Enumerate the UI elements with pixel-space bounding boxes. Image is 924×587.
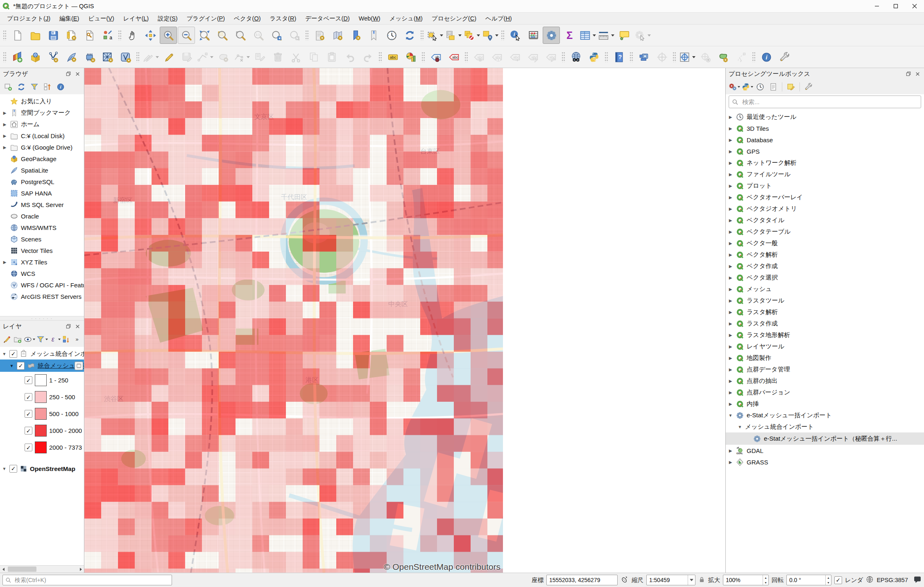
rotation-input[interactable] xyxy=(787,577,825,583)
select-features-by-value-dropdown-icon[interactable] xyxy=(458,34,462,36)
menu-6[interactable]: プラグイン(P) xyxy=(182,13,230,24)
project-properties-button[interactable] xyxy=(776,48,793,66)
horizontal-scrollbar[interactable] xyxy=(0,565,84,573)
browser-item-xyz-tiles[interactable]: ▶XYZ Tiles xyxy=(0,256,84,268)
expand-arrow-icon[interactable]: ▶ xyxy=(728,460,733,464)
toolbar-grip[interactable] xyxy=(3,52,7,62)
toolbox-algorithm-row[interactable]: e-Statメッシュ一括インポート（秘匿合算＋行... xyxy=(726,432,924,445)
map-tips-button[interactable] xyxy=(616,27,633,44)
expand-arrow-icon[interactable]: ▶ xyxy=(728,241,733,246)
coordinate-input[interactable] xyxy=(547,577,617,583)
toolbar-grip[interactable] xyxy=(136,52,140,62)
expand-arrow-icon[interactable]: ▶ xyxy=(728,344,733,349)
browser-item-scenes[interactable]: Scenes xyxy=(0,233,84,245)
manage-map-themes-dropdown-icon[interactable] xyxy=(33,339,35,340)
open-attribute-table-dropdown-icon[interactable] xyxy=(593,34,596,36)
show-layout-manager-button[interactable] xyxy=(81,27,98,44)
expand-arrow-icon[interactable]: ▶ xyxy=(728,321,733,326)
select-features-by-value-button[interactable] xyxy=(444,27,462,44)
new-map-view-button[interactable] xyxy=(311,27,328,44)
browser-properties-button[interactable]: i xyxy=(54,81,67,93)
open-layer-styling-button[interactable] xyxy=(2,333,12,346)
expand-arrow-icon[interactable]: ▶ xyxy=(728,298,733,303)
deselect-features-dropdown-icon[interactable] xyxy=(477,34,480,36)
zoom-in-button[interactable] xyxy=(160,27,177,44)
scale-dropdown-icon[interactable] xyxy=(688,575,695,585)
highlight-unplaced-labels-button[interactable]: abc xyxy=(445,48,462,66)
visibility-checkbox[interactable]: ✓ xyxy=(25,444,32,451)
metasearch-button[interactable] xyxy=(567,48,584,66)
layer-group-row[interactable]: ▼✓ メッシュ統合インポート xyxy=(0,348,84,359)
expand-arrow-icon[interactable]: ▶ xyxy=(2,122,7,127)
new-mesh-layer-button[interactable] xyxy=(99,48,116,66)
visibility-checkbox[interactable]: ✓ xyxy=(25,376,32,384)
collapse-arrow-icon[interactable]: ▼ xyxy=(9,364,14,368)
toolbox-close-icon[interactable] xyxy=(914,70,921,77)
magnifier-input[interactable] xyxy=(723,577,763,583)
measure-line-dropdown-icon[interactable] xyxy=(611,34,614,36)
expand-arrow-icon[interactable]: ▶ xyxy=(728,207,733,211)
expand-arrow-icon[interactable]: ▶ xyxy=(728,287,733,291)
toolbox-group--[interactable]: ▶ ベクタジオメトリ xyxy=(726,203,924,214)
collapse-arrow-icon[interactable]: ▼ xyxy=(737,425,743,429)
layers-float-icon[interactable] xyxy=(65,323,72,330)
browser-item--[interactable]: ▶空間ブックマーク xyxy=(0,107,84,118)
python-console-button[interactable] xyxy=(585,48,602,66)
toolbox-float-icon[interactable] xyxy=(905,70,912,77)
scroll-left-icon[interactable] xyxy=(0,566,7,573)
browser-item-wms-wmts[interactable]: WMS/WMTS xyxy=(0,222,84,233)
visibility-checkbox[interactable]: ✓ xyxy=(25,427,32,435)
new-virtual-layer-button[interactable] xyxy=(81,48,98,66)
zoom-to-layer-button[interactable] xyxy=(232,27,249,44)
refresh-browser-button[interactable] xyxy=(15,81,27,93)
expand-arrow-icon[interactable]: ▶ xyxy=(728,138,733,142)
run-feature-action-dropdown-icon[interactable] xyxy=(648,34,651,36)
pan-to-selection-button[interactable] xyxy=(142,27,159,44)
deselect-features-button[interactable] xyxy=(463,27,480,44)
toggle-editing-button[interactable] xyxy=(160,48,177,66)
toolbar-grip[interactable] xyxy=(420,30,424,41)
zoom-to-selection-button[interactable] xyxy=(214,27,231,44)
new-shapefile-layer-button[interactable] xyxy=(45,48,62,66)
visibility-checkbox[interactable]: ✓ xyxy=(9,465,17,473)
toolbox-group--[interactable]: ▶ ベクタ選択 xyxy=(726,272,924,283)
browser-item-wfs-ogc-api-features[interactable]: WFS / OGC API - Features xyxy=(0,279,84,291)
toolbar-grip[interactable] xyxy=(305,30,309,41)
toolbox-group--[interactable]: ▶ ネットワーク解析 xyxy=(726,157,924,168)
toolbar-grip[interactable] xyxy=(3,30,7,41)
menu-4[interactable]: レイヤ(L) xyxy=(119,13,153,24)
expand-arrow-icon[interactable]: ▶ xyxy=(728,333,733,337)
save-project-button[interactable] xyxy=(45,27,62,44)
show-spatial-bookmarks-button[interactable] xyxy=(365,27,382,44)
visibility-checkbox[interactable]: ✓ xyxy=(25,410,32,418)
browser-item-arcgis-rest-servers[interactable]: ArcGIS REST Servers xyxy=(0,291,84,302)
collapse-arrow-icon[interactable]: ▼ xyxy=(728,413,733,418)
mesh-layer-row[interactable]: ▼✓ 統合メッシュ（秘 xyxy=(0,359,84,372)
toolbar-grip[interactable] xyxy=(464,52,468,62)
toolbox-group--[interactable]: ▶ ベクタ解析 xyxy=(726,249,924,260)
browser-float-icon[interactable] xyxy=(65,70,72,77)
toolbox-group--[interactable]: ▶ ベクタ作成 xyxy=(726,260,924,272)
legend-class-row[interactable]: ✓ 2000 - 7373 xyxy=(0,439,84,456)
expand-arrow-icon[interactable]: ▶ xyxy=(2,111,7,115)
expand-arrow-icon[interactable]: ▶ xyxy=(2,134,7,138)
browser-item-c-local-disk-[interactable]: ▶C:¥ (Local Disk) xyxy=(0,130,84,141)
expand-arrow-icon[interactable]: ▶ xyxy=(728,367,733,372)
select-features-button[interactable] xyxy=(426,27,444,44)
select-features-dropdown-icon[interactable] xyxy=(440,34,443,36)
visibility-checkbox[interactable]: ✓ xyxy=(17,362,25,370)
processing-toolbox-button[interactable] xyxy=(543,27,560,44)
expand-arrow-icon[interactable]: ▶ xyxy=(728,149,733,154)
zoom-full-button[interactable] xyxy=(196,27,213,44)
refresh-map-button[interactable] xyxy=(401,27,418,44)
toolbox-group--[interactable]: ▶ ラスタ地形解析 xyxy=(726,329,924,341)
add-selected-layers-button[interactable] xyxy=(2,81,14,93)
toolbar-grip[interactable] xyxy=(118,30,122,41)
map-rendered-area[interactable]: 文京区新宿区千代田区中央区渋谷区港区台東区 © OpenStreetMap co… xyxy=(84,68,503,573)
pan-map-button[interactable] xyxy=(124,27,141,44)
current-edits-dropdown-icon[interactable] xyxy=(156,56,159,58)
toolbox-results-viewer-button[interactable] xyxy=(767,81,779,93)
menu-5[interactable]: 設定(S) xyxy=(153,13,182,24)
legend-class-row[interactable]: ✓ 250 - 500 xyxy=(0,389,84,405)
show-statistics-button[interactable]: Σ xyxy=(561,27,578,44)
